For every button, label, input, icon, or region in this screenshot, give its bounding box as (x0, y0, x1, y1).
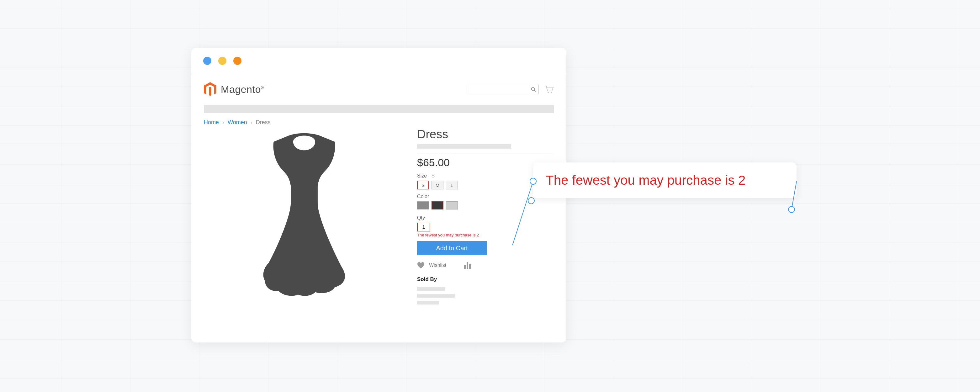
qty-input[interactable] (417, 223, 430, 231)
error-callout: The fewest you may purchase is 2 (533, 163, 797, 198)
search-icon (531, 87, 536, 92)
heart-icon[interactable] (417, 262, 425, 269)
svg-rect-6 (469, 264, 471, 269)
traffic-light-yellow[interactable] (218, 57, 226, 65)
svg-point-2 (547, 92, 549, 93)
traffic-light-orange[interactable] (233, 57, 242, 65)
svg-rect-5 (467, 262, 468, 269)
brand-logo[interactable]: Magento® (204, 82, 264, 97)
wishlist-link[interactable]: Wishlist (429, 263, 446, 268)
window-titlebar (191, 48, 566, 74)
cart-icon[interactable] (544, 85, 554, 94)
chevron-right-icon: › (251, 119, 253, 126)
navbar-placeholder (204, 105, 554, 113)
product-title: Dress (417, 127, 554, 141)
traffic-light-blue[interactable] (203, 57, 212, 65)
color-swatch-0[interactable] (417, 201, 429, 209)
brand-name: Magento® (221, 84, 264, 95)
svg-rect-4 (464, 265, 466, 269)
placeholder-line (417, 301, 439, 304)
dress-icon (243, 131, 365, 298)
placeholder-line (417, 294, 455, 298)
sold-by-label: Sold By (417, 276, 554, 282)
breadcrumb-home[interactable]: Home (204, 119, 219, 126)
breadcrumb: Home › Women › Dress (204, 119, 554, 126)
svg-line-1 (535, 90, 536, 92)
qty-label: Qty (417, 215, 554, 221)
size-swatch-m[interactable]: M (431, 181, 444, 190)
placeholder-line (417, 287, 445, 291)
svg-point-0 (531, 88, 535, 91)
qty-error-message: The fewest you may purchase is 2 (417, 233, 554, 237)
svg-point-3 (551, 92, 552, 93)
color-swatch-1[interactable] (431, 201, 444, 209)
error-callout-text: The fewest you may purchase is 2 (546, 173, 745, 188)
browser-window: Magento® (191, 48, 566, 343)
magento-logo-icon (204, 82, 216, 97)
breadcrumb-current: Dress (256, 119, 270, 126)
chevron-right-icon: › (222, 119, 224, 126)
breadcrumb-category[interactable]: Women (228, 119, 247, 126)
add-to-cart-button[interactable]: Add to Cart (417, 241, 487, 255)
rating-placeholder (417, 144, 511, 149)
product-image (204, 127, 404, 308)
color-swatch-2[interactable] (446, 201, 458, 209)
bar-chart-icon[interactable] (464, 262, 472, 269)
size-swatch-l[interactable]: L (446, 181, 458, 190)
size-swatch-s[interactable]: S (417, 181, 429, 190)
search-input[interactable] (467, 84, 539, 94)
